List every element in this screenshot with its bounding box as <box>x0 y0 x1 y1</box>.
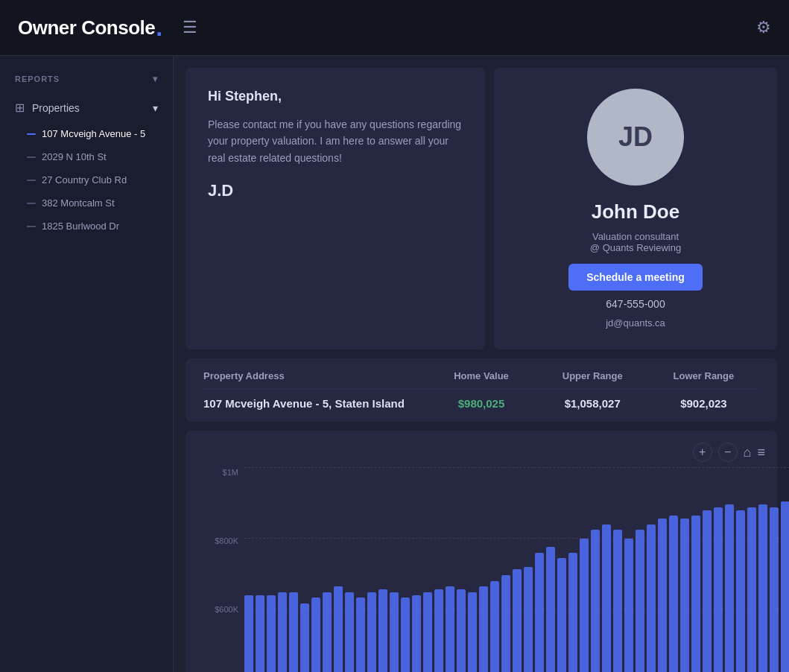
app-logo: Owner Console. <box>18 16 162 39</box>
chart-bar <box>703 510 712 672</box>
zoom-in-button[interactable]: + <box>693 443 712 462</box>
chart-bar <box>289 592 298 672</box>
chart-y-label: $1M <box>197 468 238 477</box>
chart-bar <box>390 592 399 672</box>
sidebar-item-2029-n-10th[interactable]: 2029 N 10th St <box>0 145 173 168</box>
avatar: JD <box>587 89 684 186</box>
consultant-phone: 647-555-000 <box>606 298 665 310</box>
chart-bar <box>747 507 756 672</box>
chart-bar <box>457 589 466 672</box>
chart-bars-container <box>244 468 789 672</box>
chart-bar <box>334 586 343 672</box>
sidebar-item-1825-burlwood[interactable]: 1825 Burlwood Dr <box>0 215 173 238</box>
logo-dot: . <box>156 16 162 39</box>
consultant-card: JD John Doe Valuation consultant @ Quant… <box>494 68 777 349</box>
chart-menu-button[interactable]: ≡ <box>757 445 765 460</box>
chart-bar <box>714 507 723 672</box>
chart-bar <box>524 567 533 672</box>
chart-bar <box>602 524 611 672</box>
col-lower-range-header: Lower Range <box>648 370 759 381</box>
chart-bar <box>501 575 510 672</box>
chart-bar <box>356 597 365 672</box>
chart-bar <box>535 553 544 672</box>
settings-icon[interactable]: ⚙ <box>756 18 771 37</box>
chart-bar <box>490 581 499 672</box>
chart-bar <box>725 504 734 672</box>
message-signature: J.D <box>208 181 463 200</box>
properties-group-header[interactable]: ⊞ Properties ▾ <box>0 93 173 122</box>
sidebar-item-label: 2029 N 10th St <box>42 151 107 162</box>
sidebar-item-382-montcalm[interactable]: 382 Montcalm St <box>0 191 173 215</box>
chart-card: + − ⌂ ≡ $1M$800K$600K$400K$200K <box>186 431 777 672</box>
chart-bar <box>647 524 656 672</box>
message-card: Hi Stephen, Please contact me if you hav… <box>186 68 485 349</box>
chart-controls: + − ⌂ ≡ <box>197 443 765 462</box>
sidebar-item-label: 27 Country Club Rd <box>42 174 127 186</box>
chart-home-button[interactable]: ⌂ <box>744 445 752 460</box>
chart-bar <box>770 507 779 672</box>
chart-bar <box>434 589 443 672</box>
chart-bar <box>781 501 789 672</box>
zoom-out-button[interactable]: − <box>718 443 738 462</box>
lower-range-value: $902,023 <box>648 397 759 410</box>
chart-bar <box>323 592 332 672</box>
chart-bar <box>580 539 589 672</box>
chart-bar <box>591 530 600 672</box>
sidebar-item-107-mcveigh[interactable]: 107 Mcveigh Avenue - 5 <box>0 122 173 145</box>
sidebar-section-reports: REPORTS ▾ <box>0 68 173 90</box>
menu-button[interactable]: ☰ <box>180 18 200 37</box>
home-value-value: $980,025 <box>425 397 536 410</box>
consultant-email: jd@quants.ca <box>606 317 665 329</box>
message-body: Please contact me if you have any questi… <box>208 116 463 166</box>
chart-bar <box>256 595 264 672</box>
reports-chevron-icon[interactable]: ▾ <box>153 74 158 84</box>
sidebar-item-27-country-club[interactable]: 27 Country Club Rd <box>0 168 173 191</box>
col-home-value-header: Home Value <box>425 370 536 381</box>
sidebar-item-label: 107 Mcveigh Avenue - 5 <box>42 128 145 139</box>
upper-range-value: $1,058,027 <box>537 397 648 410</box>
main-layout: REPORTS ▾ ⊞ Properties ▾ 107 Mcveigh Ave… <box>0 56 789 672</box>
sidebar-item-label: 382 Montcalm St <box>42 197 115 209</box>
inactive-indicator <box>27 203 36 204</box>
topnav: Owner Console. ☰ ⚙ <box>0 0 789 56</box>
chart-bar <box>479 586 488 672</box>
message-greeting: Hi Stephen, <box>208 89 463 104</box>
consultant-name: John Doe <box>592 200 679 224</box>
sidebar-group-properties: ⊞ Properties ▾ 107 Mcveigh Avenue - 5 20… <box>0 93 173 238</box>
chart-bar <box>636 530 644 672</box>
chart-y-label: $800K <box>197 536 238 545</box>
col-upper-range-header: Upper Range <box>537 370 648 381</box>
chart-bar <box>568 553 577 672</box>
top-cards-row: Hi Stephen, Please contact me if you hav… <box>186 68 777 349</box>
table-row: 107 Mcveigh Avenue - 5, Staten Island $9… <box>203 397 759 410</box>
chart-bar <box>680 519 689 672</box>
chart-bar <box>557 558 566 672</box>
topnav-right: ⚙ <box>756 18 771 37</box>
sidebar: REPORTS ▾ ⊞ Properties ▾ 107 Mcveigh Ave… <box>0 56 174 672</box>
chart-bar <box>691 516 700 672</box>
chart-bar <box>311 597 320 672</box>
chart-bar <box>401 597 410 672</box>
sidebar-item-label: 1825 Burlwood Dr <box>42 221 119 232</box>
inactive-indicator <box>27 156 36 158</box>
table-header: Property Address Home Value Upper Range … <box>203 370 759 390</box>
chart-bar <box>378 589 387 672</box>
chart-bar <box>546 547 555 672</box>
chart-bar <box>278 592 287 672</box>
chart-bar <box>736 510 745 672</box>
properties-label: Properties <box>32 102 145 114</box>
chart-area: $1M$800K$600K$400K$200K <box>197 468 765 672</box>
chart-bar <box>244 595 253 672</box>
chart-bar <box>758 504 767 672</box>
app-title: Owner Console <box>18 16 155 39</box>
chart-bar <box>267 595 276 672</box>
schedule-meeting-button[interactable]: Schedule a meeting <box>568 264 702 291</box>
chart-bar <box>513 569 522 672</box>
main-content: Hi Stephen, Please contact me if you hav… <box>174 56 789 672</box>
inactive-indicator <box>27 180 36 181</box>
chart-y-axis: $1M$800K$600K$400K$200K <box>197 468 238 672</box>
chart-bar <box>613 530 622 672</box>
col-address-header: Property Address <box>203 370 425 381</box>
chart-bar <box>300 603 309 672</box>
chart-bar <box>446 586 454 672</box>
